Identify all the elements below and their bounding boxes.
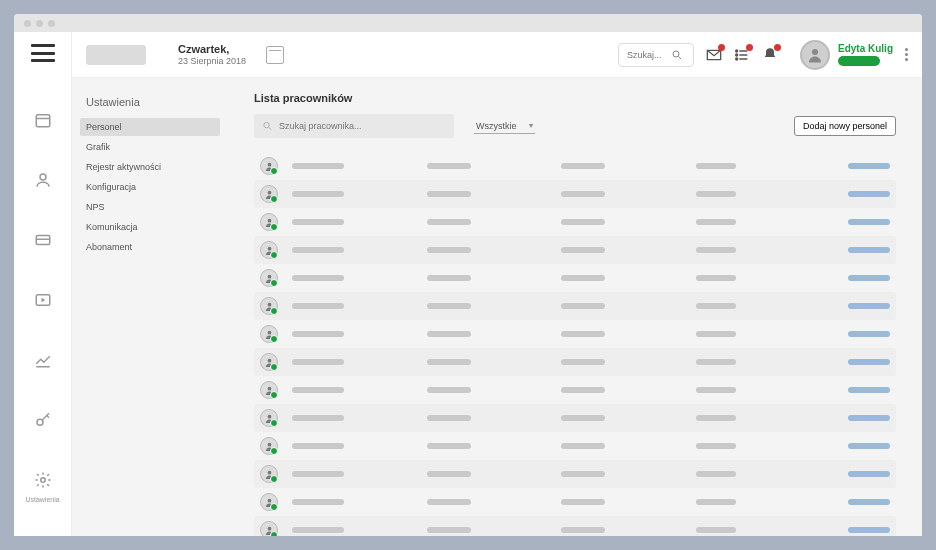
action-placeholder[interactable] — [848, 163, 890, 169]
cell-placeholder — [427, 191, 471, 197]
calendar-icon[interactable] — [266, 46, 284, 64]
cell-placeholder — [561, 387, 605, 393]
sidebar-item[interactable]: Grafik — [80, 138, 220, 156]
action-placeholder[interactable] — [848, 219, 890, 225]
filter-input[interactable] — [279, 121, 446, 131]
table-row[interactable] — [254, 488, 896, 516]
rail-settings[interactable] — [31, 468, 55, 492]
rail-user[interactable] — [31, 168, 55, 192]
cell-placeholder — [427, 219, 471, 225]
sidebar-item[interactable]: Rejestr aktywności — [80, 158, 220, 176]
action-placeholder[interactable] — [848, 499, 890, 505]
table-row[interactable] — [254, 180, 896, 208]
cell-placeholder — [696, 331, 736, 337]
cell-placeholder — [696, 359, 736, 365]
nav-rail: Ustawienia — [14, 32, 72, 536]
svg-marker-6 — [41, 298, 45, 303]
action-placeholder[interactable] — [848, 471, 890, 477]
table-row[interactable] — [254, 208, 896, 236]
rail-chart[interactable] — [31, 348, 55, 372]
svg-line-21 — [269, 127, 271, 129]
action-placeholder[interactable] — [848, 191, 890, 197]
search-input[interactable] — [627, 50, 671, 60]
row-avatar — [260, 269, 278, 287]
cell-placeholder — [292, 303, 344, 309]
cell-placeholder — [561, 275, 605, 281]
sidebar-item[interactable]: Konfiguracja — [80, 178, 220, 196]
cell-placeholder — [561, 359, 605, 365]
settings-sidebar: Ustawienia PersonelGrafikRejestr aktywno… — [72, 78, 228, 536]
table-row[interactable] — [254, 432, 896, 460]
table-row[interactable] — [254, 320, 896, 348]
bell-icon[interactable] — [762, 47, 778, 63]
row-avatar — [260, 157, 278, 175]
row-avatar — [260, 353, 278, 371]
row-avatar — [260, 213, 278, 231]
filter-dropdown[interactable]: Wszystkie — [474, 119, 535, 134]
cell-placeholder — [696, 163, 736, 169]
tasks-icon[interactable] — [734, 47, 750, 63]
table-row[interactable] — [254, 348, 896, 376]
cell-placeholder — [696, 275, 736, 281]
action-placeholder[interactable] — [848, 387, 890, 393]
row-avatar — [260, 297, 278, 315]
row-avatar — [260, 241, 278, 259]
cell-placeholder — [292, 443, 344, 449]
table-row[interactable] — [254, 376, 896, 404]
svg-line-12 — [678, 56, 681, 59]
table-row[interactable] — [254, 292, 896, 320]
table-row[interactable] — [254, 516, 896, 536]
svg-point-2 — [40, 174, 46, 180]
menu-toggle[interactable] — [31, 44, 55, 62]
sidebar-item[interactable]: NPS — [80, 198, 220, 216]
filter-search[interactable] — [254, 114, 454, 138]
rail-card[interactable] — [31, 228, 55, 252]
row-avatar — [260, 493, 278, 511]
sidebar-item[interactable]: Komunikacja — [80, 218, 220, 236]
rail-calendar[interactable] — [31, 108, 55, 132]
row-avatar — [260, 185, 278, 203]
user-menu[interactable]: Edyta Kulig — [800, 40, 908, 70]
kebab-menu[interactable] — [905, 48, 908, 61]
add-personnel-button[interactable]: Dodaj nowy personel — [794, 116, 896, 136]
table-row[interactable] — [254, 264, 896, 292]
cell-placeholder — [292, 247, 344, 253]
cell-placeholder — [561, 247, 605, 253]
action-placeholder[interactable] — [848, 527, 890, 533]
cell-placeholder — [427, 247, 471, 253]
rail-key[interactable] — [31, 408, 55, 432]
sidebar-item[interactable]: Abonament — [80, 238, 220, 256]
table-row[interactable] — [254, 152, 896, 180]
action-placeholder[interactable] — [848, 331, 890, 337]
action-placeholder[interactable] — [848, 247, 890, 253]
svg-point-17 — [736, 54, 738, 56]
employee-list — [254, 152, 896, 536]
cell-placeholder — [427, 331, 471, 337]
traffic-dot[interactable] — [24, 20, 31, 27]
action-placeholder[interactable] — [848, 303, 890, 309]
date-display: Czwartek, 23 Sierpnia 2018 — [178, 43, 246, 66]
traffic-dot[interactable] — [48, 20, 55, 27]
cell-placeholder — [427, 471, 471, 477]
action-placeholder[interactable] — [848, 415, 890, 421]
window-titlebar — [14, 14, 922, 32]
logo-placeholder — [86, 45, 146, 65]
action-placeholder[interactable] — [848, 275, 890, 281]
table-row[interactable] — [254, 236, 896, 264]
cell-placeholder — [696, 303, 736, 309]
table-row[interactable] — [254, 404, 896, 432]
svg-point-19 — [812, 49, 818, 55]
action-placeholder[interactable] — [848, 443, 890, 449]
rail-play[interactable] — [31, 288, 55, 312]
cell-placeholder — [561, 331, 605, 337]
global-search[interactable] — [618, 43, 694, 67]
sidebar-item[interactable]: Personel — [80, 118, 220, 136]
action-placeholder[interactable] — [848, 359, 890, 365]
svg-point-24 — [267, 218, 271, 222]
cell-placeholder — [427, 527, 471, 533]
messages-icon[interactable] — [706, 47, 722, 63]
cell-placeholder — [292, 359, 344, 365]
traffic-dot[interactable] — [36, 20, 43, 27]
svg-point-18 — [736, 58, 738, 60]
table-row[interactable] — [254, 460, 896, 488]
